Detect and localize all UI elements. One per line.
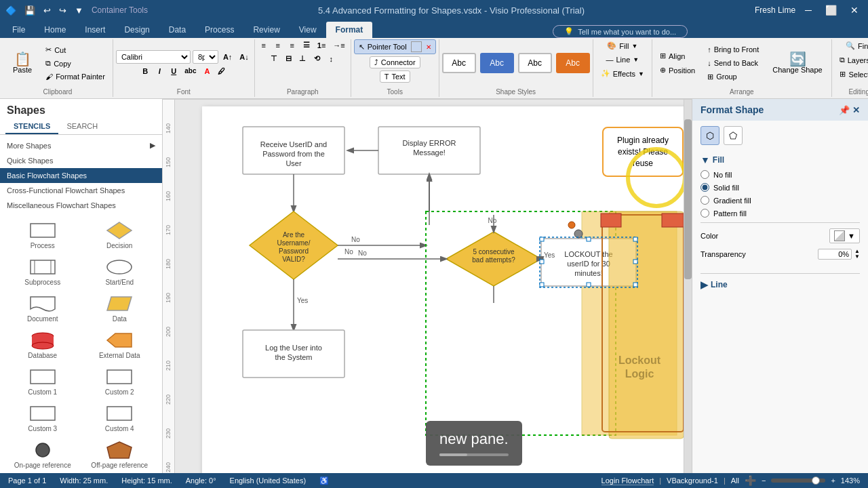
format-pin-btn[interactable]: 📌: [839, 105, 850, 115]
num-list-btn[interactable]: 1≡: [315, 40, 329, 51]
solid-fill-radio[interactable]: [701, 183, 709, 192]
add-page-btn[interactable]: ➕: [745, 475, 756, 486]
shape-process[interactable]: Process: [5, 218, 80, 252]
tab-home[interactable]: Home: [35, 22, 75, 38]
bullet-list-btn[interactable]: ☰: [300, 39, 313, 51]
zoom-slider[interactable]: [771, 479, 825, 483]
tab-process[interactable]: Process: [195, 22, 243, 38]
gradient-fill-radio[interactable]: [701, 196, 709, 205]
bold-btn[interactable]: B: [139, 66, 151, 77]
align-left-btn[interactable]: ≡: [258, 40, 270, 51]
font-color-btn[interactable]: A: [201, 66, 213, 77]
more-shapes-item[interactable]: More Shapes ▶: [0, 138, 162, 153]
all-pages[interactable]: All: [731, 476, 739, 485]
bring-front-btn[interactable]: ↑ Bring to Front: [703, 43, 764, 56]
zoom-in-btn[interactable]: +: [831, 476, 835, 485]
font-name-select[interactable]: Calibri: [116, 50, 191, 64]
shape-decision[interactable]: Decision: [83, 218, 157, 252]
shape-custom2[interactable]: Custom 2: [83, 365, 157, 399]
valign-bot-btn[interactable]: ⊥: [296, 53, 309, 64]
tab-review[interactable]: Review: [243, 22, 289, 38]
zoom-thumb[interactable]: [812, 476, 820, 485]
align-btn[interactable]: ⊞ Align: [655, 49, 700, 62]
align-center-btn[interactable]: ≡: [272, 40, 284, 51]
line-spacing-btn[interactable]: ↕: [325, 54, 337, 64]
underline-btn[interactable]: U: [167, 66, 180, 77]
highlight-btn[interactable]: 🖊: [215, 66, 228, 77]
style-box-2[interactable]: Abc: [480, 53, 514, 73]
shape-onpage-ref[interactable]: On-page reference: [5, 438, 80, 472]
format-tab-text[interactable]: ⬠: [724, 126, 743, 145]
pointer-tool-btn[interactable]: ↖Pointer Tool ✕: [354, 39, 436, 54]
format-tab-fill[interactable]: ⬡: [701, 126, 719, 145]
shape-subprocess[interactable]: Subprocess: [5, 255, 80, 289]
text-direction-btn[interactable]: ⟲: [311, 53, 323, 64]
layers-btn[interactable]: ⧉ Layers ▼: [835, 54, 868, 66]
effects-btn[interactable]: ✨Effects▼: [596, 67, 649, 80]
send-back-btn[interactable]: ↓ Send to Back: [703, 57, 764, 69]
format-close-btn[interactable]: ✕: [852, 105, 860, 115]
increase-indent-btn[interactable]: →≡: [330, 40, 347, 51]
scrollbar-vertical[interactable]: [684, 100, 692, 473]
shapes-tab-search[interactable]: SEARCH: [58, 119, 106, 134]
text-tool-btn[interactable]: TText: [380, 70, 410, 83]
valign-mid-btn[interactable]: ⊟: [282, 53, 294, 64]
style-box-4[interactable]: Abc: [556, 53, 590, 73]
tab-design[interactable]: Design: [115, 22, 159, 38]
quick-shapes-item[interactable]: Quick Shapes: [0, 153, 162, 168]
shapes-tab-stencils[interactable]: STENCILS: [5, 119, 58, 134]
connector-tool-btn[interactable]: ⤴Connector: [370, 56, 420, 68]
qa-dropdown[interactable]: ▼: [72, 4, 86, 17]
copy-button[interactable]: ⧉Copy: [41, 57, 110, 70]
tab-data[interactable]: Data: [159, 22, 195, 38]
fill-btn[interactable]: 🎨Fill▼: [602, 39, 642, 52]
undo-btn[interactable]: ↩: [41, 4, 54, 17]
redo-btn[interactable]: ↪: [56, 4, 69, 17]
group-btn[interactable]: ⊞ Group: [703, 70, 764, 83]
select-btn[interactable]: ⊞ Select ▼: [835, 68, 868, 81]
line-btn[interactable]: —Line▼: [601, 54, 644, 66]
line-section-header[interactable]: ▶ Line: [701, 277, 860, 293]
zoom-out-btn[interactable]: −: [762, 476, 766, 485]
shape-data[interactable]: Data: [83, 291, 157, 325]
strikethrough-btn[interactable]: abc: [182, 66, 199, 76]
valign-top-btn[interactable]: ⊤: [268, 53, 280, 64]
cut-button[interactable]: ✂Cut: [41, 43, 110, 56]
no-fill-option[interactable]: No fill: [701, 168, 860, 181]
transparency-input[interactable]: [818, 249, 852, 260]
shape-custom4[interactable]: Custom 4: [83, 401, 157, 435]
misc-flowchart-item[interactable]: Miscellaneous Flowchart Shapes: [0, 198, 162, 213]
color-picker-btn[interactable]: ▼: [829, 228, 860, 243]
find-btn[interactable]: 🔍 Find: [841, 39, 868, 52]
shape-offpage-ref[interactable]: Off-page reference: [83, 438, 157, 472]
restore-btn[interactable]: ⬜: [821, 3, 841, 17]
shape-custom1[interactable]: Custom 1: [5, 365, 80, 399]
font-shrink-btn[interactable]: A↓: [237, 52, 251, 62]
close-btn[interactable]: ✕: [846, 3, 863, 17]
tab-view[interactable]: View: [290, 22, 326, 38]
canvas[interactable]: Receive UserID and Password from the Use…: [175, 100, 692, 473]
pattern-fill-radio[interactable]: [701, 209, 709, 218]
italic-btn[interactable]: I: [153, 66, 165, 77]
gradient-fill-option[interactable]: Gradient fill: [701, 194, 860, 207]
page-name[interactable]: Login Flowchart: [601, 476, 654, 485]
style-box-3[interactable]: Abc: [518, 53, 552, 73]
no-fill-radio[interactable]: [701, 170, 709, 179]
shape-document[interactable]: Document: [5, 291, 80, 325]
position-btn[interactable]: ⊕ Position: [655, 64, 700, 77]
shape-database[interactable]: Database: [5, 328, 80, 362]
shape-custom3[interactable]: Custom 3: [5, 401, 80, 435]
scrollbar-thumb-v[interactable]: [684, 119, 692, 279]
pattern-fill-option[interactable]: Pattern fill: [701, 207, 860, 220]
tell-me-input[interactable]: 💡Tell me what you want to do...: [553, 25, 688, 38]
solid-fill-option[interactable]: Solid fill: [701, 181, 860, 194]
tab-format[interactable]: Format: [326, 22, 373, 38]
format-painter-button[interactable]: 🖌Format Painter: [41, 70, 110, 83]
font-grow-btn[interactable]: A↑: [220, 52, 235, 62]
fill-section-header[interactable]: ▼ Fill: [701, 152, 860, 168]
save-btn[interactable]: 💾: [22, 4, 38, 17]
align-right-btn[interactable]: ≡: [286, 40, 298, 51]
change-shape-btn[interactable]: 🔄 Change Shape: [766, 49, 828, 77]
background-name[interactable]: VBackground-1: [667, 476, 718, 485]
shape-external-data[interactable]: External Data: [83, 328, 157, 362]
